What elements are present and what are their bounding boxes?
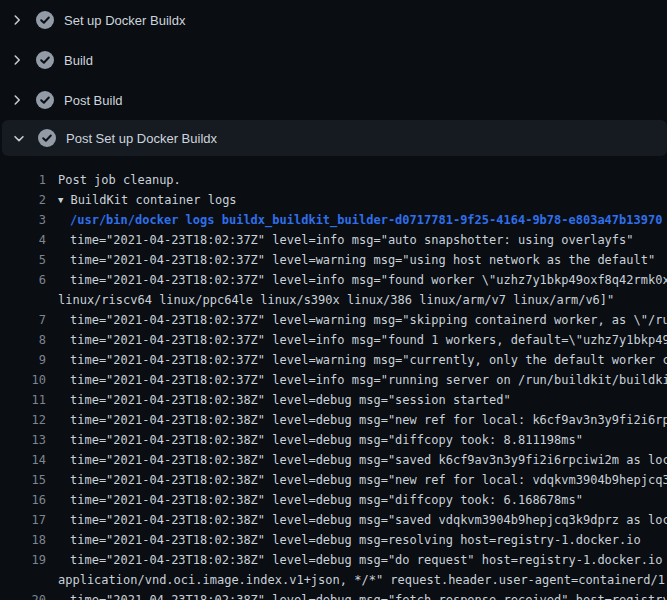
log-line-text: time="2021-04-23T18:02:38Z" level=debug … [58, 470, 667, 490]
log-line-number[interactable]: 14 [0, 450, 58, 470]
step-label: Post Set up Docker Buildx [66, 131, 217, 146]
log-line: 11time="2021-04-23T18:02:38Z" level=debu… [0, 390, 667, 410]
step-label: Post Build [64, 93, 123, 108]
log-line-number [0, 290, 58, 310]
log-line-number[interactable]: 9 [0, 350, 58, 370]
chevron-right-icon[interactable] [10, 52, 24, 68]
log-line: 14time="2021-04-23T18:02:38Z" level=debu… [0, 450, 667, 470]
log-line-text: time="2021-04-23T18:02:38Z" level=debug … [58, 490, 583, 510]
log-line-number[interactable]: 12 [0, 410, 58, 430]
log-line: 1Post job cleanup. [0, 170, 667, 190]
log-line-text: time="2021-04-23T18:02:38Z" level=debug … [58, 530, 641, 550]
log-line: 18time="2021-04-23T18:02:38Z" level=debu… [0, 530, 667, 550]
log-line-text: time="2021-04-23T18:02:37Z" level=warnin… [58, 250, 655, 270]
log-line-number[interactable]: 8 [0, 330, 58, 350]
log-line: 13time="2021-04-23T18:02:38Z" level=debu… [0, 430, 667, 450]
log-line-number[interactable]: 7 [0, 310, 58, 330]
step-list: Set up Docker BuildxBuildPost BuildPost … [0, 0, 667, 156]
log-line-text: time="2021-04-23T18:02:38Z" level=debug … [58, 390, 511, 410]
log-line: 8time="2021-04-23T18:02:37Z" level=info … [0, 330, 667, 350]
log-group-title[interactable]: ▼BuildKit container logs [58, 190, 237, 210]
log-line: 15time="2021-04-23T18:02:38Z" level=debu… [0, 470, 667, 490]
log-line: 3/usr/bin/docker logs buildx_buildkit_bu… [0, 210, 667, 230]
log-line-number[interactable]: 20 [0, 590, 58, 600]
log-line: 6time="2021-04-23T18:02:37Z" level=info … [0, 270, 667, 290]
check-circle-icon [36, 91, 54, 109]
log-line: 7time="2021-04-23T18:02:37Z" level=warni… [0, 310, 667, 330]
check-circle-icon [36, 11, 54, 29]
log-line-text: time="2021-04-23T18:02:38Z" level=debug … [58, 410, 667, 430]
check-circle-icon [36, 51, 54, 69]
log-line-text: time="2021-04-23T18:02:38Z" level=debug … [58, 550, 667, 570]
log-line-text: application/vnd.oci.image.index.v1+json,… [58, 570, 667, 590]
log-line-number[interactable]: 16 [0, 490, 58, 510]
log-line: 16time="2021-04-23T18:02:38Z" level=debu… [0, 490, 667, 510]
log-line-text: time="2021-04-23T18:02:37Z" level=warnin… [58, 350, 667, 370]
log-line-number[interactable]: 19 [0, 550, 58, 570]
log-line-number[interactable]: 15 [0, 470, 58, 490]
chevron-right-icon[interactable] [10, 92, 24, 108]
log-line-number[interactable]: 11 [0, 390, 58, 410]
log-line-text: Post job cleanup. [58, 170, 181, 190]
step-label: Set up Docker Buildx [64, 13, 185, 28]
log-line-text: linux/riscv64 linux/ppc64le linux/s390x … [58, 290, 614, 310]
log-line-text: time="2021-04-23T18:02:38Z" level=debug … [58, 430, 583, 450]
log-line: 12time="2021-04-23T18:02:38Z" level=debu… [0, 410, 667, 430]
log-command-text: /usr/bin/docker logs buildx_buildkit_bui… [58, 210, 662, 230]
log-line-number[interactable]: 13 [0, 430, 58, 450]
log-line: 9time="2021-04-23T18:02:37Z" level=warni… [0, 350, 667, 370]
log-line-text: time="2021-04-23T18:02:37Z" level=info m… [58, 370, 667, 390]
log-line-number[interactable]: 17 [0, 510, 58, 530]
log-line-number [0, 570, 58, 590]
step-header-post-build[interactable]: Post Build [0, 80, 667, 120]
log-line-text: time="2021-04-23T18:02:37Z" level=info m… [58, 330, 667, 350]
step-header-post-set-up-docker-buildx[interactable]: Post Set up Docker Buildx [2, 120, 667, 156]
step-header-build[interactable]: Build [0, 40, 667, 80]
log-line-text: time="2021-04-23T18:02:38Z" level=debug … [58, 590, 667, 600]
log-line-number[interactable]: 3 [0, 210, 58, 230]
log-line-text: time="2021-04-23T18:02:38Z" level=debug … [58, 510, 667, 530]
log-viewer: 1Post job cleanup.2▼BuildKit container l… [0, 156, 667, 600]
log-line: 4time="2021-04-23T18:02:37Z" level=info … [0, 230, 667, 250]
log-line-text: time="2021-04-23T18:02:37Z" level=info m… [58, 230, 634, 250]
log-group-caret-icon[interactable]: ▼ [58, 190, 63, 210]
log-line: 19time="2021-04-23T18:02:38Z" level=debu… [0, 550, 667, 570]
log-line-text: time="2021-04-23T18:02:38Z" level=debug … [58, 450, 667, 470]
log-line: 5time="2021-04-23T18:02:37Z" level=warni… [0, 250, 667, 270]
log-line: 17time="2021-04-23T18:02:38Z" level=debu… [0, 510, 667, 530]
log-line-text: time="2021-04-23T18:02:37Z" level=warnin… [58, 310, 667, 330]
step-label: Build [64, 53, 93, 68]
log-line-number[interactable]: 6 [0, 270, 58, 290]
step-header-set-up-docker-buildx[interactable]: Set up Docker Buildx [0, 0, 667, 40]
check-circle-icon [38, 129, 56, 147]
log-line-number[interactable]: 5 [0, 250, 58, 270]
chevron-right-icon[interactable] [10, 12, 24, 28]
chevron-down-icon[interactable] [12, 130, 26, 146]
log-line-number[interactable]: 10 [0, 370, 58, 390]
log-line-text: time="2021-04-23T18:02:37Z" level=info m… [58, 270, 667, 290]
log-line: linux/riscv64 linux/ppc64le linux/s390x … [0, 290, 667, 310]
log-line-number[interactable]: 18 [0, 530, 58, 550]
log-line-number[interactable]: 2 [0, 190, 58, 210]
log-line: 20time="2021-04-23T18:02:38Z" level=debu… [0, 590, 667, 600]
log-line: 2▼BuildKit container logs [0, 190, 667, 210]
log-line-number[interactable]: 1 [0, 170, 58, 190]
log-line-number[interactable]: 4 [0, 230, 58, 250]
log-line: application/vnd.oci.image.index.v1+json,… [0, 570, 667, 590]
log-line: 10time="2021-04-23T18:02:37Z" level=info… [0, 370, 667, 390]
